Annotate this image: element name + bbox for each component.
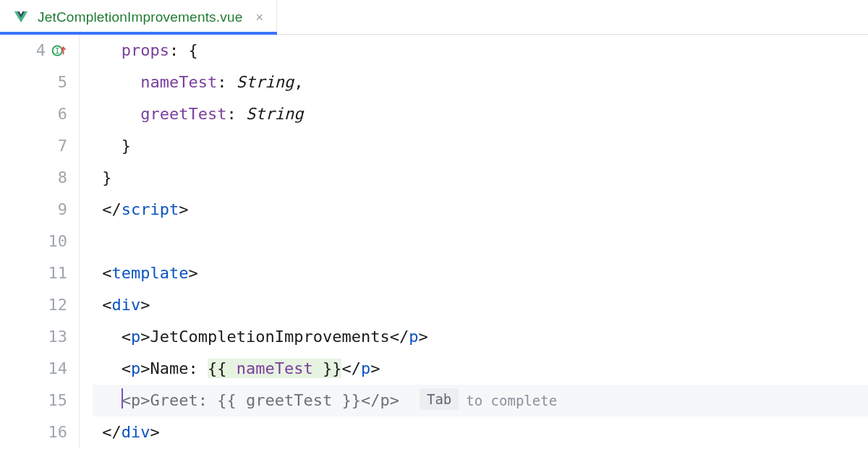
js-type: String (246, 105, 303, 123)
code-editor[interactable]: 4 I 5 6 7 8 9 10 11 12 13 14 15 16 props… (0, 35, 868, 448)
code-line-current[interactable]: <p>Greet: {{ greetTest }}</p>Tabto compl… (93, 385, 868, 416)
line-number: 9 (46, 194, 67, 226)
tab-bar: JetCompletionImprovements.vue × (0, 0, 868, 35)
html-tag: div (122, 423, 150, 441)
code-line[interactable]: <div> (93, 289, 868, 321)
code-line[interactable]: </script> (93, 194, 868, 226)
html-tag: template (112, 264, 189, 282)
html-tag: script (122, 200, 179, 218)
line-number-gutter: 4 I 5 6 7 8 9 10 11 12 13 14 15 16 (0, 35, 80, 448)
code-line[interactable]: props: { (93, 35, 868, 67)
html-tag: p (131, 359, 140, 377)
html-tag: div (112, 296, 141, 314)
code-line[interactable]: </div> (93, 416, 868, 448)
code-area[interactable]: props: { nameTest: String, greetTest: St… (80, 35, 868, 448)
js-punct: : { (169, 41, 198, 59)
code-line[interactable] (93, 226, 868, 257)
code-line[interactable]: <p>JetCompletionImprovements</p> (93, 321, 868, 353)
line-number: 13 (46, 321, 67, 353)
tab-hint-pill[interactable]: Tab (420, 388, 459, 410)
line-number: 15 (46, 385, 67, 416)
file-tab[interactable]: JetCompletionImprovements.vue × (0, 0, 277, 34)
implements-gutter-icon[interactable]: I (51, 43, 67, 59)
line-number: 8 (46, 162, 67, 194)
js-key: nameTest (140, 73, 217, 91)
code-line[interactable]: } (93, 130, 868, 162)
line-number: 7 (46, 130, 67, 162)
code-line[interactable]: nameTest: String, (93, 67, 868, 98)
html-text: JetCompletionImprovements (150, 328, 390, 346)
line-number: 12 (46, 289, 67, 321)
line-number: 16 (46, 416, 67, 448)
file-tab-label: JetCompletionImprovements.vue (38, 9, 243, 25)
vue-expression: nameTest (237, 359, 313, 378)
svg-text:I: I (55, 47, 59, 55)
tab-hint-text: to complete (466, 393, 557, 409)
line-number: 6 (46, 98, 67, 130)
code-line[interactable]: greetTest: String (93, 98, 868, 130)
inline-suggestion: <p>Greet: {{ greetTest }}</p> (122, 391, 399, 409)
line-number: 11 (46, 257, 67, 289)
line-number: 10 (46, 226, 67, 257)
js-key: props (122, 41, 169, 59)
code-line[interactable]: <p>Name: {{ nameTest }}</p> (93, 353, 868, 385)
close-icon[interactable]: × (256, 11, 264, 24)
code-line[interactable]: <template> (93, 257, 868, 289)
line-number: 14 (46, 353, 67, 385)
vue-file-icon (13, 9, 29, 25)
line-number: 5 (46, 67, 67, 98)
js-key: greetTest (140, 105, 226, 123)
html-tag: p (131, 328, 140, 346)
line-number: 4 (24, 35, 46, 67)
js-type: String (237, 73, 294, 91)
code-line[interactable]: } (93, 162, 868, 194)
